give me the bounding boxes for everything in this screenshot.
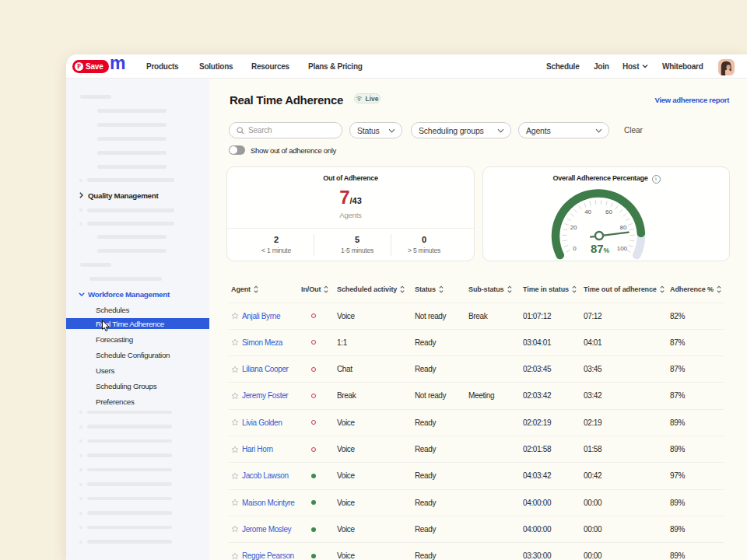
svg-text:0: 0	[573, 245, 577, 252]
svg-text:100: 100	[617, 245, 628, 252]
svg-text:60: 60	[605, 208, 612, 215]
svg-text:87%: 87%	[591, 242, 610, 255]
svg-text:40: 40	[584, 208, 591, 215]
svg-text:80: 80	[619, 224, 626, 231]
svg-text:20: 20	[570, 224, 577, 231]
